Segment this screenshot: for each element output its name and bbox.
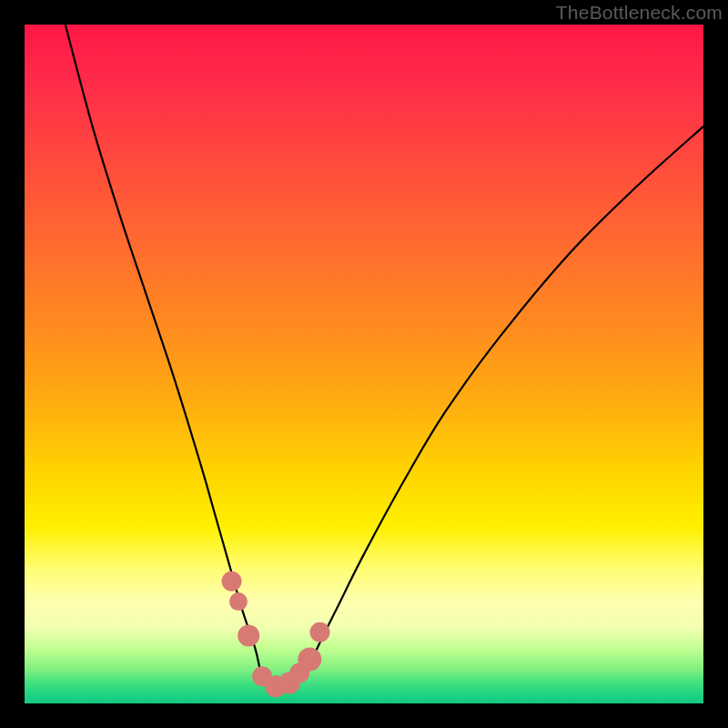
marker-point — [238, 624, 259, 646]
marker-point — [298, 648, 321, 672]
bottleneck-curve — [66, 25, 703, 688]
marker-point — [222, 571, 242, 592]
marker-point — [229, 592, 248, 611]
plot-area — [25, 25, 703, 703]
watermark-text: TheBottleneck.com — [556, 2, 723, 24]
markers-group — [222, 571, 330, 698]
marker-point — [310, 622, 330, 642]
chart-svg — [25, 25, 703, 703]
chart-frame: TheBottleneck.com — [0, 0, 728, 728]
